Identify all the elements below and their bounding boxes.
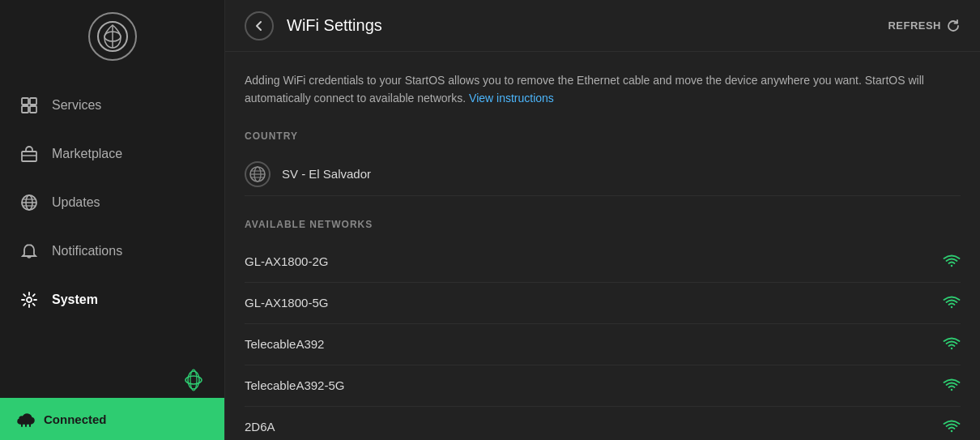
svg-rect-5 — [22, 106, 28, 113]
sidebar-item-label-updates: Updates — [52, 195, 100, 210]
tor-icon-area — [0, 362, 224, 398]
svg-rect-3 — [22, 98, 28, 105]
marketplace-icon — [19, 144, 39, 164]
network-name-4: 2D6A — [245, 420, 275, 434]
wifi-signal-icon-0 — [943, 254, 961, 269]
country-section-label: COUNTRY — [245, 130, 961, 142]
wifi-signal-icon-2 — [943, 337, 961, 352]
country-row: SV - El Salvador — [245, 153, 961, 196]
page-title: WiFi Settings — [287, 16, 382, 35]
view-instructions-link[interactable]: View instructions — [469, 92, 554, 105]
networks-section-label: AVAILABLE NETWORKS — [245, 219, 961, 230]
sidebar-item-label-notifications: Notifications — [52, 244, 122, 258]
connected-badge: Connected — [0, 398, 224, 440]
svg-point-17 — [190, 370, 197, 391]
tor-icon — [182, 369, 205, 391]
wifi-signal-icon-4 — [943, 420, 961, 434]
svg-rect-6 — [30, 106, 36, 113]
main-body: Adding WiFi credentials to your StartOS … — [225, 52, 980, 440]
bell-icon — [19, 241, 39, 261]
wifi-signal-icon-1 — [943, 296, 961, 310]
sidebar-item-services[interactable]: Services — [0, 81, 224, 130]
sidebar-item-marketplace[interactable]: Marketplace — [0, 130, 224, 178]
svg-point-14 — [27, 297, 32, 302]
refresh-label: REFRESH — [888, 19, 941, 32]
country-value: SV - El Salvador — [282, 167, 371, 181]
sidebar-item-label-services: Services — [52, 98, 101, 113]
main-header: WiFi Settings REFRESH — [225, 0, 980, 52]
svg-rect-7 — [22, 152, 36, 161]
back-button[interactable] — [245, 11, 274, 41]
header-left: WiFi Settings — [245, 11, 382, 41]
sidebar-item-notifications[interactable]: Notifications — [0, 227, 224, 276]
globe-nav-icon — [19, 193, 39, 212]
main-content: WiFi Settings REFRESH Adding WiFi creden… — [225, 0, 980, 440]
network-row[interactable]: 2D6A — [245, 407, 961, 440]
network-name-1: GL-AX1800-5G — [245, 296, 328, 310]
network-name-2: TelecableA392 — [245, 337, 324, 351]
globe-country-icon — [245, 161, 271, 187]
cloud-icon — [16, 409, 36, 429]
network-name-0: GL-AX1800-2G — [245, 254, 328, 268]
wrench-icon — [19, 290, 39, 310]
network-row[interactable]: TelecableA392 — [245, 324, 961, 365]
network-row[interactable]: GL-AX1800-2G — [245, 241, 961, 283]
logo-area — [0, 0, 224, 73]
logo-icon — [96, 20, 129, 53]
svg-rect-4 — [30, 98, 36, 105]
sidebar: Services Marketplace — [0, 0, 225, 440]
grid-icon — [19, 96, 39, 115]
network-name-3: TelecableA392-5G — [245, 378, 344, 392]
svg-point-16 — [188, 371, 199, 389]
sidebar-footer: Connected — [0, 352, 224, 440]
sidebar-item-updates[interactable]: Updates — [0, 178, 224, 227]
sidebar-item-label-marketplace: Marketplace — [52, 147, 122, 161]
refresh-icon — [946, 19, 961, 33]
sidebar-item-label-system: System — [52, 293, 98, 307]
network-row[interactable]: TelecableA392-5G — [245, 365, 961, 407]
sidebar-nav: Services Marketplace — [0, 73, 224, 352]
info-text: Adding WiFi credentials to your StartOS … — [245, 71, 961, 108]
network-row[interactable]: GL-AX1800-5G — [245, 283, 961, 324]
connected-label: Connected — [44, 412, 107, 426]
sidebar-item-system[interactable]: System — [0, 276, 224, 324]
wifi-signal-icon-3 — [943, 378, 961, 393]
refresh-button[interactable]: REFRESH — [888, 19, 961, 33]
logo-circle — [88, 12, 137, 61]
networks-section: AVAILABLE NETWORKS GL-AX1800-2G GL-AX180… — [245, 219, 961, 440]
